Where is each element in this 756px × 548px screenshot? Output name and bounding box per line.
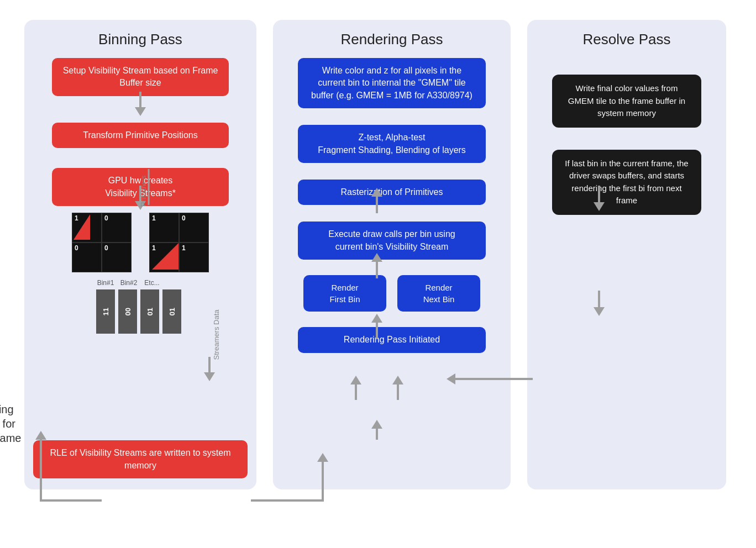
bin-cell-1-4: 0	[102, 243, 132, 272]
bin-cell-2-2: 0	[179, 213, 209, 243]
binning-next-frame-label: BinningPass fornext frame	[0, 402, 21, 445]
rendering-pass-bg: Rendering Pass Write color and z for all…	[273, 20, 511, 489]
ztest-box: Z-test, Alpha-testFragment Shading, Blen…	[298, 125, 486, 163]
setup-visibility-box: Setup Visibility Stream based on Frame B…	[52, 58, 229, 96]
streamer-bars: 11 00 01 01	[96, 289, 181, 334]
transform-primitive-box: Transform Primitive Positions	[52, 123, 229, 148]
binning-pass-title: Binning Pass	[98, 31, 182, 48]
gpu-visibility-streams-box: GPU hw createsVisibility Streams*	[52, 168, 229, 206]
bin1-label: Bin#1	[96, 279, 115, 287]
if-last-bin-box: If last bin in the current frame, the dr…	[552, 150, 701, 215]
write-color-box: Write color and z for all pixels in the …	[298, 58, 486, 108]
execute-box: Execute draw calls per bin usingcurrent …	[298, 222, 486, 260]
resolve-pass-column: Resolve Pass Write final color values fr…	[527, 20, 726, 489]
bin-cell-1-2: 0	[102, 213, 132, 243]
streamers-section: Bin#1 Bin#2 Etc... 11 00 01	[96, 279, 185, 334]
bin-grid-1: 1 0 0 0	[72, 213, 132, 272]
bin2-label: Bin#2	[119, 279, 138, 287]
write-final-color-box: Write final color values from GMEM tile …	[552, 75, 701, 128]
resolve-pass-bg: Resolve Pass Write final color values fr…	[527, 20, 726, 489]
etc-label: Etc...	[143, 279, 161, 287]
rendering-pass-title: Rendering Pass	[341, 31, 443, 48]
streamer-bar-1: 11	[96, 289, 115, 334]
bin-grid-2: 1 0 1 1	[149, 213, 209, 272]
bin-grids: 1 0 0 0	[72, 213, 209, 272]
bin-cell-2-3: 1	[149, 243, 179, 272]
streamer-bar-2: 00	[118, 289, 137, 334]
bin-cell-1-3: 0	[72, 243, 102, 272]
bin-cell-2-1: 1	[149, 213, 179, 243]
rle-box: RLE of Visibility Streams are written to…	[33, 440, 248, 478]
render-next-bin-box: RenderNext Bin	[397, 275, 480, 312]
rendering-pass-initiated-box: Rendering Pass Initiated	[298, 327, 486, 352]
resolve-pass-title: Resolve Pass	[583, 31, 671, 48]
streamer-bar-4: 01	[162, 289, 181, 334]
rasterization-box: Rasterization of Primitives	[298, 180, 486, 205]
binning-pass-bg: Binning Pass Setup Visibility Stream bas…	[24, 20, 256, 489]
render-bins-row: RenderFirst Bin RenderNext Bin	[282, 275, 502, 312]
bin-cell-2-4: 1	[179, 243, 209, 272]
rendering-pass-column: Rendering Pass Write color and z for all…	[273, 20, 511, 489]
bin-cell-1-1: 1	[72, 213, 102, 243]
binning-pass-column: Binning Pass Setup Visibility Stream bas…	[24, 20, 256, 489]
render-first-bin-box: RenderFirst Bin	[303, 275, 386, 312]
streamer-bar-3: 01	[140, 289, 159, 334]
